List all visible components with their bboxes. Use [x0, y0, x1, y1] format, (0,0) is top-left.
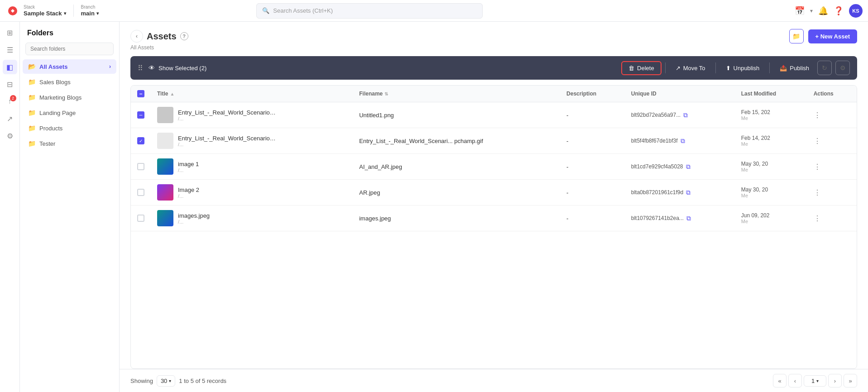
row-actions-menu-3[interactable]: ⋮ [814, 163, 821, 171]
checkbox-empty-3[interactable] [137, 163, 144, 170]
pagination-bar: Showing 30 ▾ 1 to 5 of 5 records « ‹ 1 ▾… [120, 369, 868, 392]
help-circle-icon[interactable]: ? [180, 32, 188, 40]
title-main-5: images.jpeg [178, 212, 210, 219]
sidebar-search-input[interactable] [25, 43, 114, 55]
nav-settings-icon[interactable]: ⚙ [3, 129, 17, 143]
pagination-last-button[interactable]: » [844, 374, 857, 387]
th-description: Description [560, 86, 625, 102]
th-filename-label: Filename [359, 91, 383, 97]
nav-releases-icon[interactable]: ↑ 2 [3, 94, 17, 109]
row-uid-4: blta0b87201961c1f9d ⧉ [625, 180, 735, 206]
unpublish-button[interactable]: ⬆ Unpublish [719, 62, 766, 74]
chevron-down-icon[interactable]: ▾ [810, 8, 813, 14]
delete-button[interactable]: 🗑 Delete [621, 61, 662, 75]
folder-icon-landing: 📁 [28, 109, 36, 116]
sidebar-item-label-landing: Landing Page [39, 110, 76, 116]
sidebar-item-sales-blogs[interactable]: 📁 Sales Blogs [23, 75, 116, 89]
copy-icon-2[interactable]: ⧉ [681, 137, 685, 145]
move-to-button[interactable]: ↗ Move To [669, 62, 712, 74]
bell-icon[interactable]: 🔔 [818, 6, 828, 16]
pagination-prev-button[interactable]: ‹ [788, 374, 802, 387]
sidebar-item-landing-page[interactable]: 📁 Landing Page [23, 105, 116, 120]
row-actions-3[interactable]: ⋮ [807, 154, 857, 180]
row-actions-5[interactable]: ⋮ [807, 206, 857, 231]
th-filename[interactable]: Filename⇅ [353, 86, 560, 102]
row-desc-3: - [560, 154, 625, 180]
nav-content-icon[interactable]: ☰ [3, 43, 17, 57]
row-checkbox-4[interactable] [131, 180, 151, 206]
eye-icon: 👁 [149, 64, 155, 72]
chevron-right-icon: › [109, 63, 111, 70]
page-title: Assets ? [147, 31, 188, 42]
folder-icon-btn[interactable]: 📁 [789, 29, 804, 43]
collapse-sidebar-button[interactable]: ‹ [130, 30, 143, 43]
checkbox-empty-5[interactable] [137, 215, 144, 222]
row-actions-menu-1[interactable]: ⋮ [814, 111, 821, 119]
branch-name[interactable]: main ▾ [81, 10, 99, 17]
th-checkbox[interactable]: – [131, 86, 151, 102]
calendar-icon[interactable]: 📅 [795, 6, 805, 16]
sidebar-item-products[interactable]: 📁 Products [23, 121, 116, 135]
pagination-first-button[interactable]: « [773, 374, 786, 387]
sidebar-item-label-tester: Tester [39, 140, 55, 147]
publish-label: Publish [790, 65, 809, 72]
move-to-label: Move To [683, 65, 705, 72]
pagination-next-button[interactable]: › [828, 374, 842, 387]
row-checkbox-3[interactable] [131, 154, 151, 180]
copy-icon-4[interactable]: ⧉ [686, 189, 691, 196]
asset-thumb-4 [157, 184, 173, 201]
row-title-2: Entry_List_-_Real_World_Scenarios_-no...… [151, 128, 353, 154]
th-title[interactable]: Title▲ [151, 86, 353, 102]
show-selected-label: Show Selected (2) [158, 65, 206, 72]
row-desc-1: - [560, 102, 625, 128]
settings-button[interactable]: ⚙ [835, 61, 850, 75]
folder-open-icon: 📂 [28, 63, 36, 70]
per-page-selector[interactable]: 30 ▾ [157, 375, 175, 387]
search-icon: 🔍 [262, 7, 269, 14]
copy-icon-3[interactable]: ⧉ [686, 163, 691, 171]
row-title-5: images.jpeg /... [151, 206, 353, 231]
sidebar-item-tester[interactable]: 📁 Tester [23, 136, 116, 151]
copy-icon-1[interactable]: ⧉ [683, 111, 688, 119]
records-count: 1 to 5 of 5 records [179, 378, 769, 384]
row-checkbox-1[interactable]: – [131, 102, 151, 128]
user-avatar[interactable]: KS [849, 4, 863, 18]
row-filename-5: images.jpeg [353, 206, 560, 231]
nav-home-icon[interactable]: ⊞ [3, 25, 17, 40]
sidebar: Folders 📂 All Assets › 📁 Sales Blogs 📁 M… [20, 22, 120, 392]
nav-workflows-icon[interactable]: ↗ [3, 111, 17, 126]
branch-info: Branch main ▾ [73, 5, 99, 17]
show-selected-btn[interactable]: 👁 Show Selected (2) [149, 64, 619, 72]
sidebar-item-all-assets[interactable]: 📂 All Assets › [23, 59, 116, 74]
drag-handle-icon[interactable]: ⠿ [138, 64, 143, 72]
uid-text-4: blta0b87201961c1f9d [631, 189, 683, 196]
per-page-chevron-icon: ▾ [169, 378, 171, 383]
row-actions-menu-5[interactable]: ⋮ [814, 215, 821, 222]
folder-icon-products: 📁 [28, 124, 36, 132]
copy-icon-5[interactable]: ⧉ [686, 215, 691, 222]
row-checkbox-5[interactable] [131, 206, 151, 231]
asset-thumb-2 [157, 133, 173, 149]
app-logo[interactable] [5, 4, 20, 18]
publish-button[interactable]: 📤 Publish [773, 62, 815, 74]
checkbox-empty-4[interactable] [137, 189, 144, 196]
new-asset-button[interactable]: + New Asset [808, 29, 857, 43]
main-content: ‹ Assets ? 📁 + New Asset All Assets ⠿ 👁 [120, 22, 868, 392]
row-checkbox-2[interactable]: ✓ [131, 128, 151, 154]
row-actions-menu-4[interactable]: ⋮ [814, 189, 821, 196]
sidebar-item-marketing-blogs[interactable]: 📁 Marketing Blogs [23, 90, 116, 105]
pagination-page-input[interactable]: 1 ▾ [804, 375, 826, 387]
row-modified-1: Feb 15, 202 Me [735, 102, 807, 128]
stack-name[interactable]: Sample Stack ▾ [24, 10, 66, 17]
left-nav: ⊞ ☰ ◧ ⊟ ↑ 2 ↗ ⚙ [0, 22, 20, 392]
search-bar[interactable]: 🔍 Search Assets (Ctrl+K) [256, 3, 483, 19]
help-icon[interactable]: ❓ [834, 6, 844, 16]
refresh-button[interactable]: ↻ [817, 61, 832, 75]
row-actions-4[interactable]: ⋮ [807, 180, 857, 206]
nav-assets-icon[interactable]: ◧ [3, 60, 17, 74]
row-actions-2[interactable]: ⋮ [807, 128, 857, 154]
nav-taxonomy-icon[interactable]: ⊟ [3, 77, 17, 91]
row-actions-1[interactable]: ⋮ [807, 102, 857, 128]
row-actions-menu-2[interactable]: ⋮ [814, 137, 821, 145]
uid-text-1: blt92bd72ea56a97... [631, 112, 681, 118]
